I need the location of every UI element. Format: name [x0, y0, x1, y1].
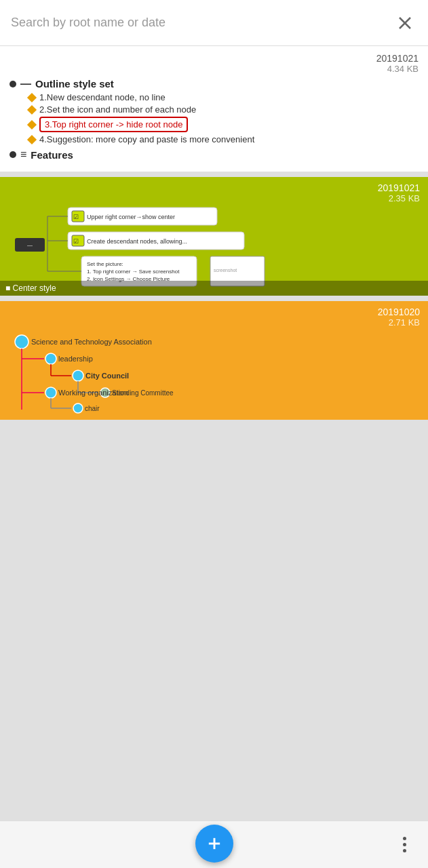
- more-dot-1: [403, 837, 406, 840]
- svg-point-30: [73, 370, 83, 381]
- svg-text:Working organization: Working organization: [58, 389, 128, 397]
- card-size: 4.34 KB: [376, 64, 419, 74]
- bullet-icon: [9, 81, 16, 87]
- item-text-2: 2.Set the icon and number of each node: [39, 104, 196, 115]
- search-placeholder: Search by root name or date: [11, 16, 166, 30]
- card-meta: 20191021 4.34 KB: [9, 53, 419, 74]
- item-text-1: 1.New descendant node, no line: [39, 92, 166, 102]
- more-options-button[interactable]: [397, 831, 412, 858]
- item-text-3: 3.Top right corner -> hide root node: [39, 117, 188, 132]
- cards-container: 20191021 4.34 KB — Outline style set 1.N…: [0, 46, 428, 420]
- search-bar[interactable]: Search by root name or date: [0, 0, 428, 46]
- svg-text:Science and Technology Associa: Science and Technology Association: [31, 338, 152, 346]
- svg-text:screenshot: screenshot: [214, 268, 237, 273]
- svg-text:Set the picture:: Set the picture:: [87, 261, 123, 267]
- card-date-2: 20191021: [378, 182, 420, 193]
- close-button[interactable]: [393, 11, 417, 35]
- svg-text:1. Top right corner → Save scr: 1. Top right corner → Save screenshot: [87, 269, 180, 275]
- svg-text:—: —: [27, 242, 33, 248]
- svg-point-37: [45, 387, 56, 398]
- svg-text:Upper right corner→show center: Upper right corner→show center: [87, 214, 175, 220]
- outline-item-2: 2.Set the icon and number of each node: [9, 104, 419, 115]
- bullet-icon-2: [9, 151, 16, 158]
- lines-icon: ≡: [20, 149, 26, 161]
- outline-item-4: 4.Suggestion: more copy and paste is mor…: [9, 134, 419, 144]
- green-mindmap-svg: ☑ Upper right corner→show center ☑ Creat…: [14, 197, 393, 292]
- more-dot-2: [403, 843, 406, 846]
- diamond-icon: [27, 92, 37, 102]
- diamond-icon: [27, 134, 37, 144]
- dash-icon: —: [20, 79, 31, 90]
- card-green-mindmap[interactable]: 20191021 2.35 KB ☑ Upper right corner→sh…: [0, 177, 428, 296]
- svg-text:Create descendant nodes, allow: Create descendant nodes, allowing...: [87, 238, 187, 245]
- card-date-3: 20191020: [378, 307, 420, 317]
- outline-root: — Outline style set: [9, 78, 419, 90]
- svg-text:leadership: leadership: [58, 355, 93, 363]
- more-dot-3: [403, 849, 406, 852]
- add-button[interactable]: [195, 825, 233, 863]
- card-caption: ■ Center style: [0, 281, 428, 296]
- root-label: Outline style set: [35, 78, 114, 90]
- svg-text:chair: chair: [85, 405, 100, 412]
- section-label: Features: [31, 149, 73, 161]
- card-outline[interactable]: 20191021 4.34 KB — Outline style set 1.N…: [0, 46, 428, 172]
- svg-point-22: [15, 335, 28, 349]
- outline-item-1: 1.New descendant node, no line: [9, 92, 419, 102]
- svg-text:City Council: City Council: [85, 372, 129, 380]
- item-text-4: 4.Suggestion: more copy and paste is mor…: [39, 134, 254, 144]
- orange-mindmap-svg: Science and Technology Association leade…: [7, 321, 400, 416]
- outline-section: ≡ Features: [9, 149, 419, 161]
- diamond-icon: [27, 104, 37, 114]
- outline-item-3: 3.Top right corner -> hide root node: [9, 117, 419, 132]
- svg-point-41: [73, 403, 83, 413]
- diamond-icon: [27, 119, 37, 129]
- svg-point-26: [45, 353, 56, 364]
- bottom-toolbar: [0, 821, 428, 868]
- svg-text:☑: ☑: [73, 238, 79, 245]
- card-date: 20191021: [376, 53, 419, 64]
- svg-text:☑: ☑: [73, 214, 79, 220]
- outline-content: — Outline style set 1.New descendant nod…: [9, 78, 419, 161]
- card-orange-mindmap[interactable]: 20191020 2.71 KB Science and Technology …: [0, 301, 428, 420]
